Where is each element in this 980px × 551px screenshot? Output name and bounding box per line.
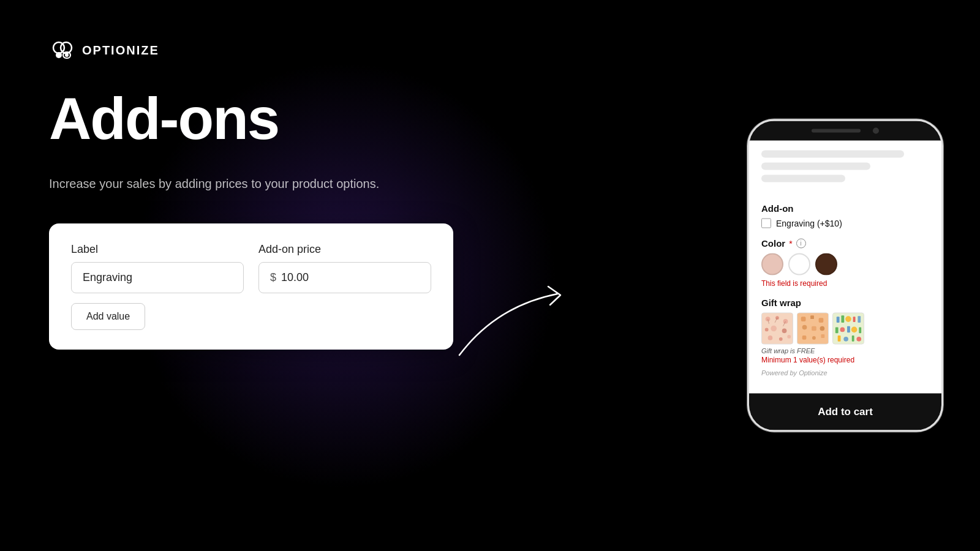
svg-point-13 bbox=[768, 335, 773, 340]
addon-section-label: Add-on bbox=[761, 203, 929, 214]
label-column: Label bbox=[71, 243, 244, 293]
color-section-title: Color bbox=[761, 238, 785, 249]
admin-card: Label Add-on price $ Add value bbox=[49, 223, 453, 350]
svg-rect-35 bbox=[835, 328, 839, 334]
svg-point-3 bbox=[56, 52, 62, 58]
svg-rect-39 bbox=[859, 328, 861, 334]
page-heading: Add-ons bbox=[49, 88, 508, 150]
gift-wrap-thumbnails bbox=[761, 313, 929, 345]
svg-point-38 bbox=[851, 327, 858, 333]
logo-text: OPTIONIZE bbox=[82, 43, 159, 58]
svg-rect-28 bbox=[821, 334, 824, 338]
color-swatch-pink[interactable] bbox=[761, 253, 783, 276]
color-section-header: Color * i bbox=[761, 238, 929, 249]
gift-thumb-1[interactable] bbox=[761, 313, 793, 345]
svg-point-5 bbox=[65, 53, 69, 57]
page-subtitle: Increase your sales by adding prices to … bbox=[49, 174, 417, 193]
svg-rect-33 bbox=[853, 317, 856, 322]
svg-point-23 bbox=[802, 325, 807, 330]
color-swatch-white[interactable] bbox=[788, 253, 810, 276]
svg-point-36 bbox=[840, 328, 845, 332]
svg-rect-21 bbox=[810, 315, 814, 319]
powered-by: Powered by Optionize bbox=[761, 369, 929, 377]
svg-rect-30 bbox=[837, 317, 840, 323]
label-input[interactable] bbox=[71, 262, 244, 293]
price-input[interactable] bbox=[281, 263, 420, 293]
info-icon[interactable]: i bbox=[796, 238, 806, 248]
svg-point-11 bbox=[771, 326, 777, 332]
svg-point-25 bbox=[820, 326, 825, 331]
skeleton-header bbox=[749, 141, 941, 193]
price-column-header: Add-on price bbox=[258, 243, 431, 256]
price-input-wrapper: $ bbox=[258, 262, 431, 293]
svg-point-7 bbox=[766, 317, 771, 321]
add-to-cart-button[interactable]: Add to cart bbox=[749, 394, 941, 430]
admin-card-header-row: Label Add-on price $ bbox=[71, 243, 431, 293]
gift-wrap-section: Gift wrap bbox=[761, 298, 929, 377]
phone-frame: Add-on Engraving (+$10) Color * i This f… bbox=[747, 119, 943, 432]
color-swatch-brown[interactable] bbox=[815, 253, 837, 276]
addon-checkbox[interactable] bbox=[761, 219, 771, 228]
svg-rect-26 bbox=[802, 335, 807, 340]
svg-rect-42 bbox=[852, 335, 854, 342]
skeleton-line-2 bbox=[761, 163, 870, 170]
notch-camera bbox=[873, 128, 879, 134]
logo: OPTIONIZE bbox=[49, 37, 508, 64]
color-section: Color * i This field is required bbox=[761, 238, 929, 288]
gift-thumb-2[interactable] bbox=[797, 313, 829, 345]
product-content: Add-on Engraving (+$10) Color * i This f… bbox=[749, 193, 941, 394]
svg-point-12 bbox=[782, 329, 787, 334]
color-required-msg: This field is required bbox=[761, 279, 929, 288]
required-star: * bbox=[789, 238, 792, 248]
svg-point-27 bbox=[812, 336, 816, 340]
svg-point-10 bbox=[765, 328, 769, 332]
label-column-header: Label bbox=[71, 243, 244, 256]
svg-rect-22 bbox=[819, 318, 824, 323]
addon-checkbox-label: Engraving (+$10) bbox=[776, 219, 842, 228]
price-column: Add-on price $ bbox=[258, 243, 431, 293]
svg-point-14 bbox=[779, 337, 783, 341]
svg-point-15 bbox=[787, 335, 791, 339]
gift-thumb-3[interactable] bbox=[832, 313, 864, 345]
skeleton-line-3 bbox=[761, 175, 845, 182]
svg-rect-20 bbox=[801, 317, 806, 321]
phone-mockup: Add-on Engraving (+$10) Color * i This f… bbox=[747, 119, 943, 432]
price-prefix: $ bbox=[270, 271, 276, 284]
gift-wrap-free-label: Gift wrap is FREE bbox=[761, 347, 929, 354]
svg-rect-34 bbox=[858, 316, 861, 323]
skeleton-line-1 bbox=[761, 151, 904, 158]
addon-checkbox-row[interactable]: Engraving (+$10) bbox=[761, 219, 929, 228]
notch-bar bbox=[812, 129, 861, 133]
svg-rect-40 bbox=[838, 335, 841, 342]
svg-point-41 bbox=[843, 337, 848, 342]
svg-rect-37 bbox=[847, 326, 850, 333]
color-swatches bbox=[761, 253, 929, 276]
svg-rect-31 bbox=[841, 315, 844, 323]
logo-icon bbox=[49, 37, 76, 64]
svg-point-43 bbox=[856, 337, 861, 342]
svg-rect-24 bbox=[812, 326, 816, 331]
phone-notch bbox=[749, 121, 941, 141]
gift-wrap-min-required: Minimum 1 value(s) required bbox=[761, 356, 929, 364]
gift-wrap-label: Gift wrap bbox=[761, 298, 929, 308]
svg-point-8 bbox=[775, 316, 779, 320]
svg-point-32 bbox=[845, 316, 851, 322]
add-value-button[interactable]: Add value bbox=[71, 303, 145, 330]
